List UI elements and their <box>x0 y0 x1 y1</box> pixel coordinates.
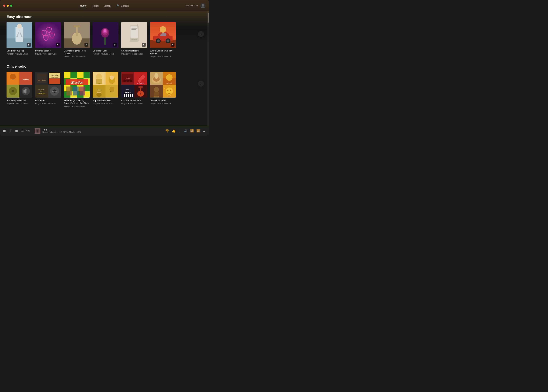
card-office80s[interactable]: NEIL YOUNG THE CLASH COM <box>35 72 61 105</box>
back-button[interactable]: ← <box>10 3 14 8</box>
player-time: 1:21 / 4:05 <box>21 130 32 132</box>
office-radio-title: Office radio <box>7 64 202 69</box>
track-name: Torn <box>43 128 81 131</box>
forward-button[interactable]: → <box>16 3 20 8</box>
thumbs-down-button[interactable]: 👎 <box>165 129 169 133</box>
card-title-onehit: One-Hit Wonders <box>150 99 176 102</box>
easy-afternoon-section: Easy afternoon <box>7 15 202 58</box>
card-thumb-laidback80s: ▶ <box>7 22 32 48</box>
search-area[interactable]: 🔍 Search <box>117 4 129 7</box>
svg-rect-30 <box>131 29 136 30</box>
card-laidback80s[interactable]: ▶ Laid-Back 80s Pop Playlist • YouTube M… <box>7 22 32 55</box>
svg-point-35 <box>157 39 160 42</box>
card-subtitle-smooth: Playlist • YouTube Music <box>121 53 147 55</box>
easy-afternoon-next-btn[interactable]: › <box>198 31 204 37</box>
scrollbar-thumb[interactable] <box>208 13 209 23</box>
svg-rect-5 <box>15 27 23 42</box>
skip-back-button[interactable]: ⏮ <box>3 129 6 133</box>
svg-text:HIVES: HIVES <box>125 91 131 94</box>
minimize-button[interactable] <box>7 5 9 7</box>
play-icon-whosdriving: ▶ <box>171 43 174 47</box>
svg-text:AEROSMITH: AEROSMITH <box>137 83 144 84</box>
player-right: 👎 👍 ⋮ 🔊 🔁 🔀 ▲ <box>165 129 205 133</box>
svg-rect-118 <box>128 94 129 97</box>
search-label[interactable]: Search <box>121 4 129 7</box>
svg-rect-67 <box>64 72 71 78</box>
search-icon: 🔍 <box>117 4 120 7</box>
card-easyrolling[interactable]: ▶ Easy Rolling Pop-Rock Classics Playlis… <box>64 22 90 58</box>
svg-point-37 <box>166 39 169 42</box>
repeat-button[interactable]: 🔁 <box>190 129 194 133</box>
svg-text:BACK TO: BACK TO <box>97 90 102 91</box>
user-avatar[interactable] <box>200 3 205 8</box>
card-onehit[interactable]: SUNMASK LAURETTE <box>150 72 176 105</box>
more-options-button[interactable]: ⋮ <box>178 129 181 133</box>
card-popsgreatest[interactable]: KYLIE YELLOW CLAW <box>93 72 118 105</box>
svg-rect-69 <box>77 72 84 78</box>
svg-rect-86 <box>66 86 72 96</box>
svg-rect-116 <box>124 94 125 97</box>
svg-text:THE: THE <box>126 89 130 91</box>
svg-rect-87 <box>73 86 79 96</box>
bestworst-art: Whistles FUNKY DANCE <box>64 72 90 98</box>
svg-text:GREATEST: GREATEST <box>38 93 46 94</box>
card-laidbacksoul[interactable]: ▶ Laid-Back Soul Playlist • YouTube Musi… <box>93 22 118 55</box>
volume-button[interactable]: 🔊 <box>184 129 187 133</box>
svg-point-135 <box>154 87 159 92</box>
svg-text:THE LUXURY: THE LUXURY <box>38 89 45 90</box>
card-80sballads[interactable]: ▶ 80s Pop Ballads Playlist • YouTube Mus… <box>35 22 61 55</box>
svg-rect-120 <box>132 94 133 97</box>
card-title-smooth: Smooth Operators <box>121 49 147 52</box>
card-bestworst[interactable]: Whistles FUNKY DANCE <box>64 72 90 107</box>
card-thumb-popsgreatest: KYLIE YELLOW CLAW <box>93 72 118 98</box>
pause-button[interactable]: ⏸ <box>9 129 12 133</box>
card-subtitle-popsgreatest: Playlist • YouTube Music <box>93 103 118 105</box>
track-text: Torn Natalie Imbruglia • Left Of The Mid… <box>43 128 81 133</box>
svg-point-41 <box>10 74 16 80</box>
play-icon-easyrolling: ▶ <box>85 43 88 47</box>
shuffle-button[interactable]: 🔀 <box>196 129 200 133</box>
svg-text:BOW WOW: BOW WOW <box>52 91 57 92</box>
card-title-popsgreatest: Pop's Greatest Hits <box>93 99 118 102</box>
svg-point-109 <box>126 79 129 82</box>
nav-arrows: ← → <box>10 3 20 8</box>
card-subtitle-80sballads: Playlist • YouTube Music <box>35 53 61 55</box>
card-title-easyrolling: Easy Rolling Pop-Rock Classics <box>64 49 90 55</box>
svg-point-21 <box>104 29 106 32</box>
svg-point-108 <box>123 79 126 82</box>
player-bar: ⏮ ⏸ ⏭ 1:21 / 4:05 Torn Natalie Imbruglia… <box>0 126 209 136</box>
early-access-label: EARLY ACCESS <box>185 5 198 7</box>
skip-forward-button[interactable]: ⏭ <box>15 129 18 133</box>
nav-hotlist[interactable]: Hotlist <box>92 4 99 8</box>
card-whosdriving[interactable]: ▶ Who's Gonna Drive You Home? Playlist •… <box>150 22 176 58</box>
svg-point-110 <box>130 79 132 82</box>
card-90s[interactable]: TLC HANSON <box>7 72 32 105</box>
thumbs-up-button[interactable]: 👍 <box>172 129 176 133</box>
card-officerock[interactable]: FAINT <box>121 72 147 105</box>
svg-text:UNITY: UNITY <box>168 96 171 97</box>
svg-text:SUNMASK: SUNMASK <box>166 83 172 84</box>
nav-library[interactable]: Library <box>104 4 111 8</box>
svg-text:FAINT: FAINT <box>126 77 130 79</box>
svg-point-90 <box>96 73 102 80</box>
nav-right: EARLY ACCESS <box>185 3 205 8</box>
card-subtitle-bestworst: Playlist • YouTube Music <box>64 105 90 107</box>
svg-point-1 <box>202 4 204 6</box>
office-radio-cards: TLC HANSON <box>7 72 202 107</box>
svg-rect-51 <box>37 73 46 83</box>
card-subtitle-90s: Playlist • YouTube Music <box>7 103 32 105</box>
office-radio-next-btn[interactable]: › <box>198 81 204 87</box>
close-button[interactable] <box>3 5 5 7</box>
svg-point-6 <box>17 24 22 28</box>
track-meta: Natalie Imbruglia • Left Of The Middle •… <box>43 131 81 133</box>
nav-home-label[interactable]: Home <box>80 4 87 8</box>
card-thumb-easyrolling: ▶ <box>64 22 90 48</box>
svg-text:BASICS: BASICS <box>97 91 101 93</box>
svg-rect-28 <box>135 39 137 40</box>
expand-button[interactable]: ▲ <box>202 129 205 133</box>
card-thumb-smooth: ▶ <box>121 22 147 48</box>
scrollbar-track[interactable] <box>208 11 209 126</box>
svg-point-140 <box>167 90 168 91</box>
svg-rect-27 <box>133 39 135 40</box>
card-smooth[interactable]: ▶ Smooth Operators Playlist • YouTube Mu… <box>121 22 147 55</box>
